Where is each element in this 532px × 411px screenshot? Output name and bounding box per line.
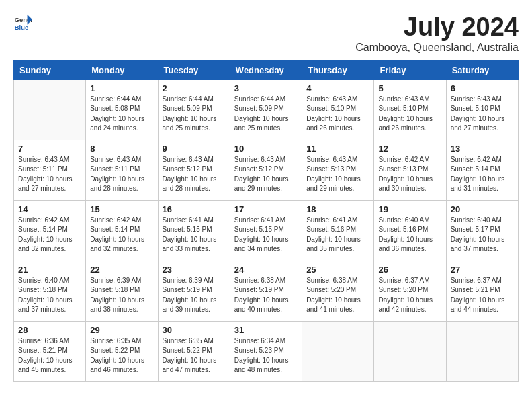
day-info: Sunrise: 6:44 AM Sunset: 5:09 PM Dayligh… xyxy=(163,95,226,134)
day-number: 21 xyxy=(18,265,81,275)
month-year-title: July 2024 xyxy=(355,13,519,42)
day-number: 9 xyxy=(163,144,226,154)
calendar-day-cell xyxy=(14,79,86,140)
calendar-day-cell: 2Sunrise: 6:44 AM Sunset: 5:09 PM Daylig… xyxy=(158,79,230,140)
calendar-day-cell: 12Sunrise: 6:42 AM Sunset: 5:13 PM Dayli… xyxy=(374,140,446,200)
day-number: 7 xyxy=(18,144,81,154)
day-info: Sunrise: 6:38 AM Sunset: 5:19 PM Dayligh… xyxy=(234,276,298,315)
day-info: Sunrise: 6:37 AM Sunset: 5:21 PM Dayligh… xyxy=(451,276,514,315)
calendar-day-cell xyxy=(302,321,374,381)
day-info: Sunrise: 6:43 AM Sunset: 5:10 PM Dayligh… xyxy=(451,95,514,134)
calendar-day-cell: 6Sunrise: 6:43 AM Sunset: 5:10 PM Daylig… xyxy=(446,79,518,140)
page-header: General Blue July 2024 Cambooya, Queensl… xyxy=(13,13,519,54)
day-number: 22 xyxy=(90,265,153,275)
day-number: 4 xyxy=(306,83,369,93)
calendar-week-row: 1Sunrise: 6:44 AM Sunset: 5:08 PM Daylig… xyxy=(14,79,519,140)
day-info: Sunrise: 6:41 AM Sunset: 5:15 PM Dayligh… xyxy=(163,216,226,255)
day-number: 29 xyxy=(90,325,153,335)
day-number: 17 xyxy=(234,204,298,214)
calendar-day-cell: 21Sunrise: 6:40 AM Sunset: 5:18 PM Dayli… xyxy=(14,261,86,321)
day-number: 1 xyxy=(90,83,153,93)
calendar-day-cell: 14Sunrise: 6:42 AM Sunset: 5:14 PM Dayli… xyxy=(14,200,86,261)
day-number: 6 xyxy=(451,83,514,93)
location-subtitle: Cambooya, Queensland, Australia xyxy=(355,42,519,54)
day-number: 23 xyxy=(163,265,226,275)
day-number: 19 xyxy=(378,204,441,214)
calendar-day-cell: 13Sunrise: 6:42 AM Sunset: 5:14 PM Dayli… xyxy=(446,140,518,200)
day-number: 15 xyxy=(90,204,153,214)
day-info: Sunrise: 6:40 AM Sunset: 5:18 PM Dayligh… xyxy=(18,276,81,315)
day-of-week-header: Saturday xyxy=(446,60,518,79)
day-number: 27 xyxy=(451,265,514,275)
calendar-day-cell xyxy=(446,321,518,381)
calendar-day-cell: 30Sunrise: 6:35 AM Sunset: 5:22 PM Dayli… xyxy=(158,321,230,381)
calendar-day-cell: 31Sunrise: 6:34 AM Sunset: 5:23 PM Dayli… xyxy=(230,321,302,381)
day-of-week-header: Thursday xyxy=(302,60,374,79)
day-number: 24 xyxy=(234,265,298,275)
day-of-week-header: Monday xyxy=(86,60,158,79)
day-info: Sunrise: 6:35 AM Sunset: 5:22 PM Dayligh… xyxy=(90,336,153,375)
day-of-week-header: Tuesday xyxy=(158,60,230,79)
day-info: Sunrise: 6:37 AM Sunset: 5:20 PM Dayligh… xyxy=(378,276,441,315)
day-info: Sunrise: 6:34 AM Sunset: 5:23 PM Dayligh… xyxy=(234,336,298,375)
day-number: 30 xyxy=(163,325,226,335)
day-info: Sunrise: 6:43 AM Sunset: 5:11 PM Dayligh… xyxy=(90,155,153,194)
calendar-day-cell: 23Sunrise: 6:39 AM Sunset: 5:19 PM Dayli… xyxy=(158,261,230,321)
day-info: Sunrise: 6:38 AM Sunset: 5:20 PM Dayligh… xyxy=(306,276,369,315)
calendar-day-cell: 17Sunrise: 6:41 AM Sunset: 5:15 PM Dayli… xyxy=(230,200,302,261)
day-number: 20 xyxy=(451,204,514,214)
day-info: Sunrise: 6:41 AM Sunset: 5:16 PM Dayligh… xyxy=(306,216,369,255)
calendar-day-cell: 20Sunrise: 6:40 AM Sunset: 5:17 PM Dayli… xyxy=(446,200,518,261)
calendar-day-cell: 26Sunrise: 6:37 AM Sunset: 5:20 PM Dayli… xyxy=(374,261,446,321)
day-info: Sunrise: 6:42 AM Sunset: 5:13 PM Dayligh… xyxy=(378,155,441,194)
day-info: Sunrise: 6:40 AM Sunset: 5:16 PM Dayligh… xyxy=(378,216,441,255)
calendar-day-cell: 3Sunrise: 6:44 AM Sunset: 5:09 PM Daylig… xyxy=(230,79,302,140)
calendar-day-cell: 1Sunrise: 6:44 AM Sunset: 5:08 PM Daylig… xyxy=(86,79,158,140)
day-info: Sunrise: 6:42 AM Sunset: 5:14 PM Dayligh… xyxy=(451,155,514,194)
day-info: Sunrise: 6:35 AM Sunset: 5:22 PM Dayligh… xyxy=(163,336,226,375)
calendar-day-cell: 25Sunrise: 6:38 AM Sunset: 5:20 PM Dayli… xyxy=(302,261,374,321)
day-info: Sunrise: 6:43 AM Sunset: 5:11 PM Dayligh… xyxy=(18,155,81,194)
calendar-day-cell: 8Sunrise: 6:43 AM Sunset: 5:11 PM Daylig… xyxy=(86,140,158,200)
calendar-table: SundayMondayTuesdayWednesdayThursdayFrid… xyxy=(13,60,519,382)
day-number: 16 xyxy=(163,204,226,214)
calendar-day-cell: 16Sunrise: 6:41 AM Sunset: 5:15 PM Dayli… xyxy=(158,200,230,261)
calendar-day-cell: 22Sunrise: 6:39 AM Sunset: 5:18 PM Dayli… xyxy=(86,261,158,321)
day-info: Sunrise: 6:42 AM Sunset: 5:14 PM Dayligh… xyxy=(18,216,81,255)
day-number: 18 xyxy=(306,204,369,214)
day-number: 10 xyxy=(234,144,298,154)
calendar-day-cell: 5Sunrise: 6:43 AM Sunset: 5:10 PM Daylig… xyxy=(374,79,446,140)
day-of-week-header: Sunday xyxy=(14,60,86,79)
day-number: 28 xyxy=(18,325,81,335)
day-info: Sunrise: 6:42 AM Sunset: 5:14 PM Dayligh… xyxy=(90,216,153,255)
day-number: 13 xyxy=(451,144,514,154)
day-number: 5 xyxy=(378,83,441,93)
day-info: Sunrise: 6:43 AM Sunset: 5:13 PM Dayligh… xyxy=(306,155,369,194)
day-number: 12 xyxy=(378,144,441,154)
day-info: Sunrise: 6:43 AM Sunset: 5:10 PM Dayligh… xyxy=(378,95,441,134)
day-number: 11 xyxy=(306,144,369,154)
day-number: 25 xyxy=(306,265,369,275)
calendar-day-cell: 28Sunrise: 6:36 AM Sunset: 5:21 PM Dayli… xyxy=(14,321,86,381)
day-info: Sunrise: 6:44 AM Sunset: 5:08 PM Dayligh… xyxy=(90,95,153,134)
calendar-day-cell: 27Sunrise: 6:37 AM Sunset: 5:21 PM Dayli… xyxy=(446,261,518,321)
day-of-week-header: Friday xyxy=(374,60,446,79)
calendar-day-cell: 18Sunrise: 6:41 AM Sunset: 5:16 PM Dayli… xyxy=(302,200,374,261)
title-area: July 2024 Cambooya, Queensland, Australi… xyxy=(355,13,519,54)
day-info: Sunrise: 6:39 AM Sunset: 5:19 PM Dayligh… xyxy=(163,276,226,315)
calendar-day-cell: 19Sunrise: 6:40 AM Sunset: 5:16 PM Dayli… xyxy=(374,200,446,261)
logo: General Blue xyxy=(13,13,32,32)
calendar-week-row: 21Sunrise: 6:40 AM Sunset: 5:18 PM Dayli… xyxy=(14,261,519,321)
calendar-day-cell: 9Sunrise: 6:43 AM Sunset: 5:12 PM Daylig… xyxy=(158,140,230,200)
day-info: Sunrise: 6:40 AM Sunset: 5:17 PM Dayligh… xyxy=(451,216,514,255)
day-number: 8 xyxy=(90,144,153,154)
day-info: Sunrise: 6:43 AM Sunset: 5:12 PM Dayligh… xyxy=(234,155,298,194)
calendar-day-cell: 15Sunrise: 6:42 AM Sunset: 5:14 PM Dayli… xyxy=(86,200,158,261)
calendar-day-cell: 10Sunrise: 6:43 AM Sunset: 5:12 PM Dayli… xyxy=(230,140,302,200)
svg-text:Blue: Blue xyxy=(15,24,28,31)
calendar-day-cell: 7Sunrise: 6:43 AM Sunset: 5:11 PM Daylig… xyxy=(14,140,86,200)
calendar-day-cell: 24Sunrise: 6:38 AM Sunset: 5:19 PM Dayli… xyxy=(230,261,302,321)
calendar-day-cell: 4Sunrise: 6:43 AM Sunset: 5:10 PM Daylig… xyxy=(302,79,374,140)
calendar-week-row: 28Sunrise: 6:36 AM Sunset: 5:21 PM Dayli… xyxy=(14,321,519,381)
day-of-week-header: Wednesday xyxy=(230,60,302,79)
